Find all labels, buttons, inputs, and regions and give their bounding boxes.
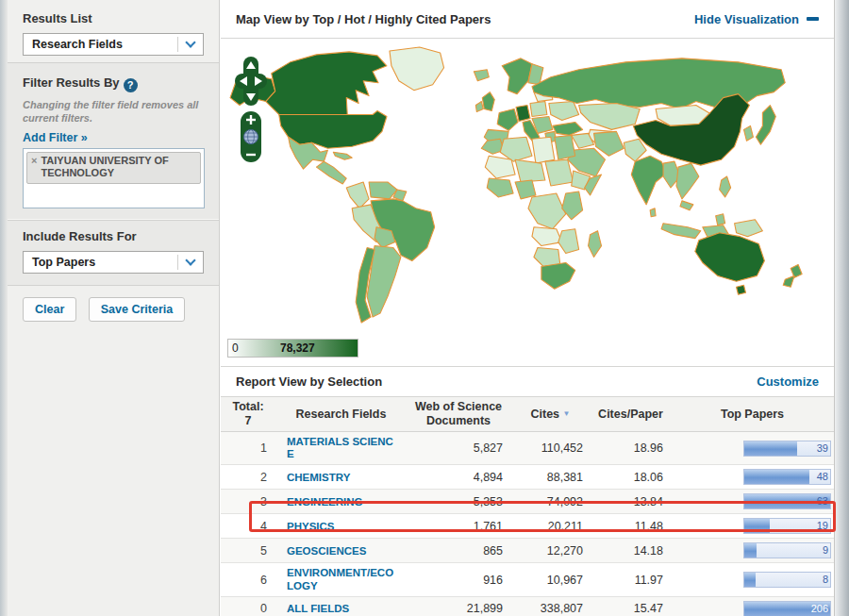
table-row-chemistry: 2 CHEMISTRY 4,894 88,381 18.06 48 — [221, 465, 834, 490]
country-germany[interactable] — [516, 106, 530, 122]
filter-section: Filter Results By? Changing the filter f… — [8, 62, 219, 220]
country-uk[interactable] — [482, 92, 494, 111]
docs-cell: 1,761 — [407, 514, 510, 539]
bar-value: 19 — [817, 519, 828, 533]
add-filter-link[interactable]: Add Filter » — [23, 131, 88, 144]
chevron-down-icon — [185, 37, 195, 47]
world-choropleth-map[interactable] — [221, 40, 834, 330]
report-panel-title: Report View by Selection — [236, 375, 382, 389]
table-row-environment-ecology: 6 ENVIRONMENT/ECOLOGY 916 10,967 11.97 8 — [221, 563, 834, 596]
cites-cell: 10,967 — [510, 563, 591, 596]
window-left-edge — [0, 0, 8, 616]
bar-value: 63 — [817, 494, 828, 508]
customize-link[interactable]: Customize — [757, 375, 819, 389]
bar-value: 206 — [811, 602, 828, 616]
table-row-physics: 4 PHYSICS 1,761 20,211 11.48 19 — [221, 514, 834, 539]
field-link[interactable]: ENVIRONMENT/ECOLOGY — [287, 567, 398, 591]
country-australia[interactable] — [695, 233, 765, 282]
cpp-cell: 11.97 — [591, 563, 671, 596]
cites-cell: 338,807 — [510, 596, 591, 616]
table-row-all-fields: 0 ALL FIELDS 21,899 338,807 15.47 206 — [221, 596, 834, 616]
top-papers-bar: 8 — [743, 572, 831, 588]
bar-value: 48 — [817, 470, 828, 484]
bar-fill — [744, 470, 809, 484]
pan-control[interactable] — [235, 57, 267, 106]
zoom-control[interactable] — [241, 111, 261, 162]
col-total: Total:7 — [221, 397, 275, 432]
sort-down-icon: ▼ — [563, 409, 571, 418]
include-results-value: Top Papers — [32, 256, 95, 269]
bar-fill — [744, 441, 797, 456]
hide-visualization-link[interactable]: Hide Visualization — [694, 12, 819, 26]
country-egypt[interactable] — [555, 135, 575, 159]
country-russia[interactable] — [532, 58, 785, 109]
col-research-fields: Research Fields — [275, 397, 407, 432]
active-filters-box: × TAIYUAN UNIVERSITY OF TECHNOLOGY — [23, 148, 205, 208]
help-icon[interactable]: ? — [124, 78, 138, 92]
docs-cell: 21,899 — [407, 596, 510, 616]
table-header-row: Total:7 Research Fields Web of Science D… — [221, 397, 834, 432]
filter-heading: Filter Results By? — [23, 75, 204, 92]
field-link[interactable]: GEOSCIENCES — [287, 545, 366, 558]
bar-value: 8 — [823, 573, 828, 587]
country-japan[interactable] — [756, 106, 775, 145]
col-top-papers: Top Papers — [671, 397, 834, 432]
dropdown-separator — [177, 255, 178, 270]
top-papers-bar: 63 — [743, 493, 831, 509]
bar-fill — [744, 543, 757, 558]
country-france[interactable] — [497, 109, 518, 131]
top-papers-bar: 206 — [743, 601, 831, 616]
rank-cell: 5 — [221, 539, 275, 563]
filter-note: Changing the filter field removes all cu… — [23, 99, 204, 125]
col-wos-documents: Web of Science Documents — [407, 397, 510, 432]
col-cites-sort[interactable]: Cites ▼ — [510, 397, 591, 432]
total-label: Total: — [232, 400, 263, 413]
docs-cell: 865 — [407, 539, 510, 563]
vertical-scrollbar[interactable] — [834, 0, 849, 616]
cpp-cell: 15.47 — [591, 596, 671, 616]
results-list-section: Results List Research Fields — [8, 0, 219, 62]
results-list-dropdown[interactable]: Research Fields — [23, 33, 204, 56]
country-canada[interactable] — [266, 52, 387, 115]
field-link[interactable]: CHEMISTRY — [287, 472, 350, 484]
cites-cell: 110,452 — [510, 432, 591, 465]
save-criteria-button[interactable]: Save Criteria — [89, 297, 185, 322]
include-results-heading: Include Results For — [23, 229, 204, 243]
cpp-cell: 13.84 — [591, 490, 671, 514]
top-papers-bar: 39 — [743, 441, 831, 457]
hide-visualization-label: Hide Visualization — [694, 12, 799, 26]
field-link[interactable]: MATERIALS SCIENCE — [287, 436, 398, 460]
docs-cell: 5,827 — [407, 432, 510, 465]
globe-icon[interactable] — [244, 130, 258, 144]
rank-cell: 3 — [221, 490, 275, 514]
map-legend: 0 78,327 — [227, 339, 358, 358]
field-link[interactable]: PHYSICS — [287, 521, 335, 533]
col-cites-per-paper: Cites/Paper — [591, 397, 671, 432]
top-papers-bar: 19 — [743, 518, 831, 534]
field-link[interactable]: ENGINEERING — [287, 496, 363, 508]
country-greenland[interactable] — [390, 47, 444, 91]
table-row-geosciences: 5 GEOSCIENCES 865 12,270 14.18 9 — [221, 539, 834, 563]
clear-button[interactable]: Clear — [23, 297, 76, 322]
country-new-zealand[interactable] — [791, 264, 802, 277]
top-papers-bar: 9 — [743, 542, 831, 558]
bar-fill — [744, 573, 756, 587]
filter-tag-label: TAIYUAN UNIVERSITY OF TECHNOLOGY — [41, 155, 195, 181]
table-row-materials-science: 1 MATERIALS SCIENCE 5,827 110,452 18.96 … — [221, 432, 834, 465]
filter-heading-text: Filter Results By — [23, 75, 120, 90]
cites-cell: 74,092 — [510, 490, 591, 514]
include-results-section: Include Results For Top Papers — [8, 220, 219, 285]
bar-value: 9 — [823, 543, 828, 558]
country-india[interactable] — [631, 156, 667, 205]
cites-label: Cites — [531, 408, 560, 421]
map-panel-header: Map View by Top / Hot / Highly Cited Pap… — [221, 0, 834, 39]
country-south-africa[interactable] — [541, 262, 575, 289]
field-link[interactable]: ALL FIELDS — [287, 603, 349, 615]
map-controls — [235, 57, 267, 164]
filter-tag[interactable]: × TAIYUAN UNIVERSITY OF TECHNOLOGY — [26, 152, 201, 185]
remove-filter-icon[interactable]: × — [31, 155, 37, 181]
cpp-cell: 18.96 — [591, 432, 671, 465]
include-results-dropdown[interactable]: Top Papers — [23, 251, 204, 274]
rank-cell: 4 — [221, 514, 275, 539]
legend-max-label: 78,327 — [280, 341, 315, 355]
